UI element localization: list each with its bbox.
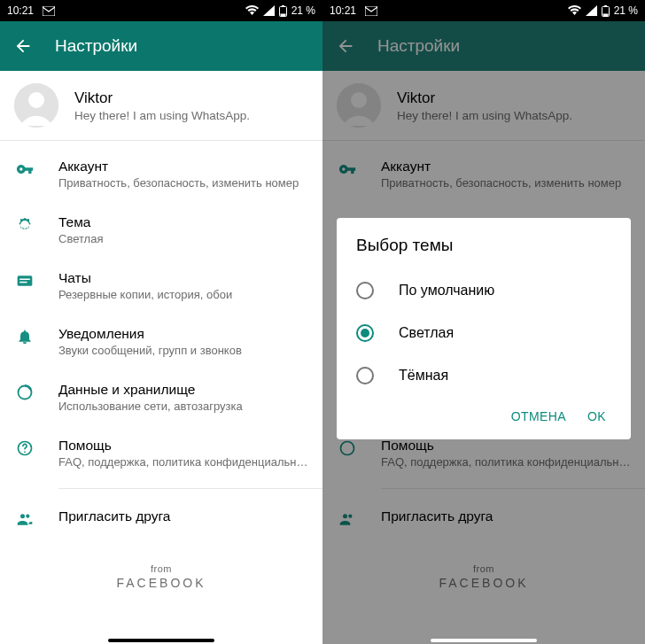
battery-percent: 21 % [291,4,315,17]
settings-account[interactable]: АккаунтПриватность, безопасность, измени… [0,146,322,202]
screenshot-right: 10:21 21 % Настройки Viktor Hey there! I… [322,0,645,644]
status-bar: 10:21 4 21 % [0,0,322,21]
radio-icon [356,324,374,342]
theme-dialog: Выбор темы По умолчанию Светлая Тёмная О… [337,218,631,439]
item-title: Чаты [58,270,308,286]
settings-data[interactable]: Данные и хранилищеИспользование сети, ав… [0,369,322,425]
battery-icon [279,5,287,17]
avatar [14,83,58,128]
chat-icon [14,270,35,291]
settings-theme[interactable]: ТемаСветлая [0,202,322,258]
svg-rect-18 [602,13,608,16]
footer-from: from [0,563,322,574]
signal-icon [586,5,597,16]
footer-brand: FACEBOOK [0,576,322,590]
profile-status: Hey there! I am using WhatsApp. [74,109,250,122]
svg-text:4: 4 [264,6,268,12]
cancel-button[interactable]: ОТМЕНА [511,409,566,423]
settings-help[interactable]: ПомощьFAQ, поддержка, политика конфиденц… [0,425,322,481]
svg-point-12 [24,451,26,453]
item-sub: Светлая [58,232,308,245]
key-icon [14,159,35,180]
settings-list: АккаунтПриватность, безопасность, измени… [0,141,322,542]
nav-bar[interactable] [108,639,214,642]
theme-option-dark[interactable]: Тёмная [356,354,611,397]
people-icon [14,508,35,530]
data-usage-icon [14,382,35,403]
item-sub: Звуки сообщений, групп и звонков [58,344,308,357]
svg-point-13 [20,514,25,518]
help-icon [14,438,35,459]
svg-point-14 [26,515,29,518]
mail-icon [365,6,377,16]
wifi-icon [245,5,259,16]
wifi-icon [568,5,581,16]
settings-chats[interactable]: ЧатыРезервные копии, история, обои [0,258,322,314]
item-title: Данные и хранилище [58,382,308,398]
battery-percent: 21 % [614,4,638,17]
svg-rect-4 [280,13,285,16]
item-title: Аккаунт [58,159,308,175]
item-title: Тема [58,214,308,230]
page-title: Настройки [55,36,137,56]
bell-icon [14,326,35,347]
radio-label: Тёмная [399,368,448,384]
nav-bar[interactable] [431,639,537,642]
profile-name: Viktor [74,89,250,107]
item-sub: Резервные копии, история, обои [58,288,308,301]
radio-icon [356,367,374,384]
signal-icon: 4 [263,5,275,16]
brightness-icon [14,214,35,236]
svg-rect-7 [18,275,33,286]
screenshot-left: 10:21 4 21 % Настройки Viktor Hey there!… [0,0,322,644]
theme-option-light[interactable]: Светлая [356,312,611,354]
item-sub: FAQ, поддержка, политика конфиденциально… [58,455,308,469]
status-bar: 10:21 21 % [322,0,645,21]
item-sub: Приватность, безопасность, изменить номе… [58,176,308,190]
ok-button[interactable]: OK [587,409,606,423]
svg-rect-9 [19,282,27,283]
back-button[interactable] [12,35,34,57]
item-title: Помощь [58,438,308,454]
radio-label: По умолчанию [399,283,494,299]
status-time: 10:21 [330,4,356,17]
dialog-title: Выбор темы [356,236,611,255]
battery-icon [602,5,610,17]
radio-label: Светлая [399,325,454,341]
footer: from FACEBOOK [0,542,322,590]
profile-row[interactable]: Viktor Hey there! I am using WhatsApp. [0,71,322,140]
app-bar: Настройки [0,21,322,71]
svg-rect-8 [19,279,30,281]
settings-invite[interactable]: Пригласить друга [0,496,322,542]
item-sub: Использование сети, автозагрузка [58,400,308,413]
theme-option-default[interactable]: По умолчанию [356,269,611,312]
mail-icon [43,6,55,16]
settings-notifications[interactable]: УведомленияЗвуки сообщений, групп и звон… [0,314,322,369]
status-time: 10:21 [7,4,34,17]
svg-point-6 [28,92,44,108]
item-title: Пригласить друга [58,508,308,524]
item-title: Уведомления [58,326,308,342]
radio-icon [356,282,374,299]
